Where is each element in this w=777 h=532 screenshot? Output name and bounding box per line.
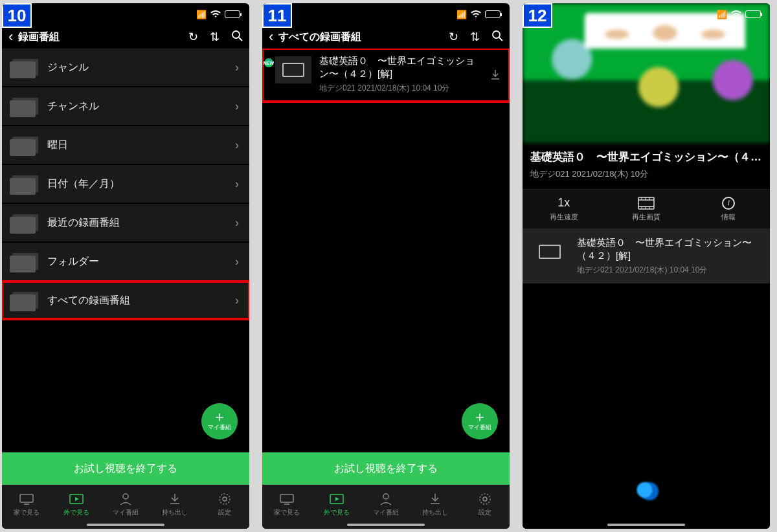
list-row-genre[interactable]: ジャンル › — [2, 49, 249, 86]
svg-point-8 — [493, 31, 500, 38]
signal-icon: 📶 — [456, 10, 467, 19]
chevron-right-icon: › — [235, 216, 239, 230]
chevron-right-icon: › — [235, 255, 239, 269]
info-icon: i — [722, 197, 735, 210]
svg-line-9 — [499, 38, 502, 41]
tab-outside-view[interactable]: 外で見る — [311, 485, 361, 524]
search-icon[interactable] — [491, 30, 503, 44]
refresh-icon[interactable]: ↻ — [188, 30, 198, 44]
player-area — [523, 283, 770, 529]
chevron-right-icon: › — [235, 61, 239, 74]
trial-end-button[interactable]: お試し視聴を終了する — [262, 452, 510, 485]
home-indicator[interactable] — [347, 524, 425, 526]
episode-meta: 地デジ021 2021/02/18(木) 10:04 10分 — [577, 265, 761, 276]
app-logo-icon — [630, 477, 662, 503]
tab-takeout[interactable]: 持ち出し — [411, 485, 460, 524]
phone-screen-11: 11 📶 ‹ すべての録画番組 ↻ ⇅ NEW 基礎英語０ 〜世界エイゴミッショ… — [262, 3, 510, 529]
status-bar: 📶 — [262, 3, 510, 25]
user-icon — [119, 492, 132, 506]
chevron-right-icon: › — [235, 177, 239, 191]
phone-screen-10: 10 📶 ‹ 録画番組 ↻ ⇅ ジャンル › チャンネル › — [2, 3, 249, 529]
sort-icon[interactable]: ⇅ — [210, 30, 220, 44]
home-indicator[interactable] — [607, 524, 685, 526]
tab-label: 家で見る — [14, 508, 39, 517]
plus-icon: ＋ — [473, 412, 487, 422]
list-row-all-recordings[interactable]: すべての録画番組 › — [2, 282, 249, 319]
tab-outside-view[interactable]: 外で見る — [51, 485, 100, 524]
tab-home-view[interactable]: 家で見る — [262, 485, 311, 524]
action-info[interactable]: i 情報 — [688, 190, 770, 228]
tab-label: 持ち出し — [422, 508, 448, 517]
action-playback-speed[interactable]: 1x 再生速度 — [523, 190, 605, 228]
tab-label: 外で見る — [63, 508, 89, 517]
nav-bar: ‹ すべての録画番組 ↻ ⇅ — [262, 25, 510, 49]
recording-item[interactable]: NEW 基礎英語０ 〜世界エイゴミッション〜（４２）[解] 地デジ021 202… — [262, 49, 510, 102]
step-badge: 10 — [2, 3, 32, 28]
nav-bar: ‹ 録画番組 ↻ ⇅ — [2, 25, 249, 49]
list-row-weekday[interactable]: 曜日 › — [2, 126, 249, 164]
phone-screen-12: 12 📶 基礎英語０ 〜世界エイゴミッション〜（４… 地デジ021 2021/0… — [523, 3, 770, 529]
refresh-icon[interactable]: ↻ — [449, 30, 458, 44]
tv-icon — [539, 245, 561, 259]
new-badge: NEW — [264, 58, 274, 68]
tab-settings[interactable]: 設定 — [200, 485, 249, 524]
trial-label: お試し視聴を終了する — [74, 462, 177, 476]
program-meta: 地デジ021 2021/02/18(木) 10分 — [523, 167, 770, 189]
tab-home-view[interactable]: 家で見る — [2, 485, 51, 524]
search-icon[interactable] — [231, 30, 243, 44]
trial-end-button[interactable]: お試し視聴を終了する — [2, 452, 249, 485]
chevron-right-icon: › — [235, 294, 239, 307]
tab-takeout[interactable]: 持ち出し — [150, 485, 199, 524]
thumbnail — [275, 56, 311, 83]
svg-point-7 — [220, 494, 230, 504]
fab-my-programs[interactable]: ＋ マイ番組 — [462, 403, 498, 439]
step-badge: 11 — [262, 3, 292, 28]
recording-meta: 地デジ021 2021/02/18(木) 10:04 10分 — [319, 83, 482, 94]
tab-my-programs[interactable]: マイ番組 — [101, 485, 150, 524]
folder-icon — [10, 137, 36, 153]
folder-icon — [10, 59, 36, 76]
action-label: 情報 — [721, 212, 736, 222]
chevron-right-icon: › — [235, 139, 239, 152]
sort-icon[interactable]: ⇅ — [470, 30, 480, 44]
svg-point-15 — [480, 494, 490, 504]
svg-point-14 — [483, 497, 487, 501]
plus-icon: ＋ — [212, 412, 227, 422]
wifi-icon — [471, 10, 481, 18]
tv-icon — [19, 492, 34, 506]
action-row: 1x 再生速度 再生画質 i 情報 — [523, 189, 770, 229]
gear-icon — [218, 492, 231, 506]
download-icon — [429, 492, 441, 506]
signal-icon: 📶 — [717, 10, 727, 19]
folder-icon — [10, 253, 36, 270]
play-rect-icon — [69, 492, 84, 506]
tab-settings[interactable]: 設定 — [460, 485, 510, 524]
row-label: 最近の録画番組 — [47, 216, 223, 230]
fab-my-programs[interactable]: ＋ マイ番組 — [201, 403, 238, 439]
row-label: 曜日 — [47, 139, 223, 152]
list-row-recent[interactable]: 最近の録画番組 › — [2, 204, 249, 241]
tab-my-programs[interactable]: マイ番組 — [361, 485, 411, 524]
status-bar: 📶 — [708, 3, 770, 25]
action-quality[interactable]: 再生画質 — [605, 190, 687, 228]
back-button[interactable]: ‹ — [8, 28, 13, 45]
list-row-date[interactable]: 日付（年／月） › — [2, 165, 249, 203]
episode-item[interactable]: 基礎英語０ 〜世界エイゴミッション〜（４２）[解] 地デジ021 2021/02… — [523, 229, 770, 283]
back-button[interactable]: ‹ — [269, 28, 273, 45]
svg-point-5 — [123, 494, 128, 499]
user-icon — [379, 492, 392, 506]
battery-icon — [225, 10, 240, 18]
tv-icon — [282, 63, 304, 77]
list-row-channel[interactable]: チャンネル › — [2, 87, 249, 125]
signal-icon: 📶 — [196, 10, 207, 19]
svg-line-1 — [239, 38, 242, 41]
home-indicator[interactable] — [87, 524, 164, 526]
recording-title: 基礎英語０ 〜世界エイゴミッション〜（４２）[解] — [319, 55, 482, 80]
film-icon — [638, 197, 655, 210]
tab-label: 外で見る — [324, 508, 350, 517]
list-row-folder[interactable]: フォルダー › — [2, 243, 249, 280]
svg-rect-16 — [638, 197, 654, 209]
download-icon[interactable] — [490, 69, 501, 80]
thumbnail — [532, 238, 568, 265]
battery-icon — [745, 10, 761, 18]
